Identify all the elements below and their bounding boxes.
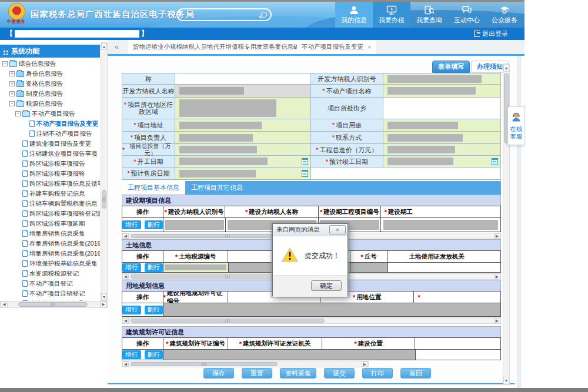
expand-expander-icon[interactable]: +	[9, 91, 15, 96]
expand-expander-icon[interactable]: +	[9, 71, 15, 76]
field-input[interactable]	[175, 144, 311, 156]
table-cell[interactable]	[381, 218, 500, 232]
submit-button[interactable]: 提交	[324, 368, 355, 378]
add-row-button[interactable]: 增行	[122, 220, 141, 229]
print-button[interactable]: 打印	[362, 368, 393, 378]
delete-row-button[interactable]: 删行	[145, 350, 163, 359]
sidebar-horizontal-scrollbar[interactable]: ◀ ▶	[0, 301, 108, 308]
nav-my-info[interactable]: 我的信息	[335, 2, 373, 28]
scroll-down-icon[interactable]: ▼	[101, 293, 107, 300]
sidebar-item[interactable]: 增量房销售信息采集(2016)	[0, 249, 100, 259]
scroll-right-icon[interactable]: ▶	[362, 361, 368, 367]
date-field[interactable]	[175, 156, 311, 167]
add-row-button[interactable]: 增行	[122, 263, 141, 272]
search-input[interactable]	[176, 8, 272, 21]
sidebar-item[interactable]: -税源信息报告	[0, 99, 100, 109]
collapse-expander-icon[interactable]: -	[2, 61, 8, 66]
collapse-expander-icon[interactable]: -	[15, 111, 21, 116]
scroll-left-icon[interactable]: ◀	[122, 361, 129, 367]
scrollbar-thumb[interactable]	[102, 190, 106, 209]
tab-invoice-record-confirm[interactable]: 货物运输业小规模纳税人异地代开增值税专用发票备案信息确认 ×	[128, 40, 318, 54]
sidebar-item[interactable]: 注销车辆购置税档案信息	[0, 199, 100, 209]
table-cell[interactable]	[350, 263, 388, 272]
dialog-close-icon[interactable]: ×	[329, 225, 346, 234]
scroll-up-icon[interactable]: ▲	[101, 43, 107, 50]
field-input[interactable]	[175, 98, 311, 119]
collapse-tabs-icon[interactable]: «	[115, 43, 119, 51]
delete-row-button[interactable]: 删行	[145, 306, 163, 314]
search-icon[interactable]	[261, 12, 267, 18]
delete-row-button[interactable]: 删行	[145, 263, 163, 272]
tab-project-other-info[interactable]: 工程项目其它信息	[185, 181, 249, 195]
sidebar-item[interactable]: 跨区域涉税事项延期	[0, 219, 100, 229]
field-input[interactable]	[175, 73, 311, 85]
table-horizontal-scrollbar[interactable]: ◀ ▶	[122, 361, 369, 367]
field-input[interactable]	[383, 132, 501, 144]
sidebar-item[interactable]: 不动产项目登记	[0, 279, 100, 289]
scroll-left-icon[interactable]: ◀	[122, 318, 129, 323]
field-input[interactable]	[383, 144, 501, 156]
collapse-expander-icon[interactable]: -	[9, 101, 15, 106]
sidebar-vertical-scrollbar[interactable]: ▲ ▼	[101, 42, 108, 301]
sidebar-item[interactable]: 跨区域涉税事项信息反馈事项	[0, 179, 100, 189]
sidebar-item[interactable]: 水资源税税源登记	[0, 269, 100, 279]
calendar-icon[interactable]	[302, 158, 308, 165]
sidebar-item[interactable]: 建筑业项目报告及变更	[0, 139, 100, 149]
table-horizontal-scrollbar[interactable]: ◀ ▶	[122, 317, 501, 324]
sidebar-item[interactable]: -不动产项目报告	[0, 109, 100, 119]
nav-query[interactable]: 我要查询	[410, 2, 448, 28]
scroll-right-icon[interactable]: ▶	[494, 233, 500, 239]
table-cell[interactable]	[388, 263, 500, 272]
nav-do-tax[interactable]: 我要办税	[373, 2, 410, 28]
scroll-left-icon[interactable]: ◀	[122, 274, 129, 279]
reset-button[interactable]: 重置	[242, 368, 272, 378]
field-input[interactable]	[383, 119, 501, 132]
sidebar-item[interactable]: 环境保护税基础信息采集	[0, 259, 100, 269]
table-cell[interactable]	[163, 218, 226, 232]
field-input[interactable]	[383, 98, 501, 119]
online-service-badge[interactable]: 在线 客服	[507, 106, 525, 145]
scrollbar-thumb[interactable]	[131, 362, 278, 366]
scroll-right-icon[interactable]: ▶	[494, 274, 500, 279]
table-cell[interactable]	[163, 263, 229, 272]
close-tab-icon[interactable]: ×	[368, 43, 371, 51]
scroll-left-icon[interactable]: ◀	[1, 301, 8, 307]
sidebar-item-current[interactable]: 不动产项目报告及变更	[0, 119, 100, 129]
sidebar-item[interactable]: 补建车购税登记信息	[0, 189, 100, 199]
scroll-left-icon[interactable]: ◀	[122, 233, 129, 239]
scroll-right-icon[interactable]: ▶	[494, 318, 500, 323]
expand-expander-icon[interactable]: +	[9, 81, 15, 86]
table-cell[interactable]	[163, 303, 500, 316]
table-cell[interactable]	[416, 350, 501, 360]
scroll-down-icon[interactable]: ▼	[503, 377, 509, 384]
field-input[interactable]	[175, 132, 311, 144]
sidebar-item[interactable]: +制度信息报告	[0, 89, 100, 99]
sidebar-item[interactable]: 跨区域涉税事项报验登记缴销	[0, 209, 100, 219]
date-field[interactable]	[175, 167, 311, 180]
field-input[interactable]	[383, 85, 501, 98]
scrollbar-thumb[interactable]	[131, 319, 325, 323]
sidebar-item[interactable]: 注销不动产项目报告	[0, 129, 100, 139]
tab-form-fill[interactable]: 表单填写	[432, 61, 470, 73]
tab-realestate-report-active[interactable]: 不动产项目报告及变更 ×	[297, 40, 376, 54]
scroll-right-icon[interactable]: ▶	[100, 301, 107, 307]
tab-project-basic-info[interactable]: 工程项目基本信息	[122, 181, 185, 195]
sidebar-item[interactable]: 存量房销售信息采集(2016)	[0, 239, 100, 249]
sidebar-item[interactable]: -综合信息报告	[0, 59, 100, 69]
sidebar-item[interactable]: 不动产项目注销登记	[0, 289, 100, 299]
scroll-up-icon[interactable]: ▲	[503, 64, 509, 72]
add-row-button[interactable]: 增行	[122, 350, 141, 359]
sidebar-item[interactable]: 注销建筑业项目报告事项	[0, 149, 100, 159]
field-input[interactable]	[383, 73, 501, 85]
calendar-icon[interactable]	[302, 170, 308, 177]
ok-button[interactable]: 确定	[311, 280, 342, 291]
date-field[interactable]	[383, 156, 501, 167]
add-row-button[interactable]: 增行	[122, 306, 141, 314]
save-button[interactable]: 保存	[203, 368, 234, 378]
delete-row-button[interactable]: 删行	[145, 220, 163, 229]
scrollbar-thumb[interactable]	[18, 302, 88, 307]
sidebar-item[interactable]: 跨区域涉税事项报验	[0, 169, 100, 179]
nav-public-service[interactable]: 公众服务	[486, 2, 523, 28]
table-cell[interactable]	[163, 350, 416, 360]
calendar-icon[interactable]	[492, 158, 498, 165]
